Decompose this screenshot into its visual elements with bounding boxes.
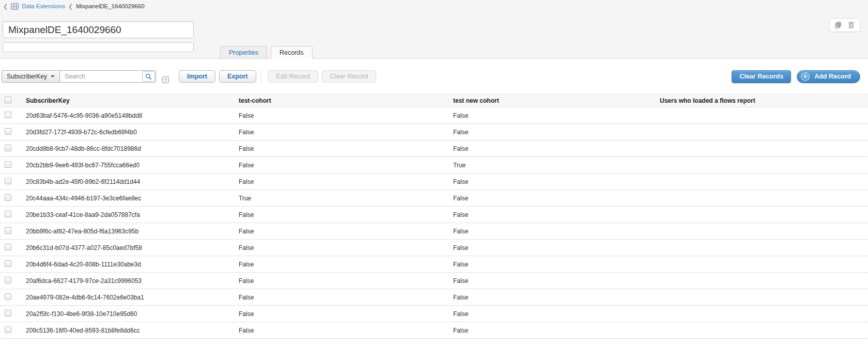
column-header-flows-report: Users who loaded a flows report [655,97,868,104]
cell-test-cohort: False [234,112,448,119]
data-extension-grid-icon [11,3,19,10]
row-checkbox[interactable] [5,112,11,118]
cell-test-cohort: True [234,195,448,202]
row-checkbox[interactable] [5,277,11,284]
search-icon [145,73,152,80]
cell-test-new-cohort: False [448,211,655,218]
cell-subscriberkey: 20be1b33-ceaf-41ce-8aa9-2da057887cfa [21,211,234,218]
cell-test-new-cohort: False [448,277,655,285]
row-checkbox-cell [0,227,21,235]
row-checkbox[interactable] [5,260,11,267]
table-row[interactable]: 20c44aaa-434c-4946-b197-3e3ce6fae8ec Tru… [0,190,868,207]
cell-test-cohort: False [234,277,448,285]
row-checkbox-cell [0,178,21,186]
data-extension-description-input[interactable] [3,42,194,52]
edit-record-button[interactable]: Edit Record [268,70,318,83]
cell-test-new-cohort: False [448,261,655,268]
toolbar-right-actions: Clear Records + Add Record [732,70,860,83]
cell-subscriberkey: 20cdd8b8-9cb7-48db-86cc-8fdc7018986d [21,145,234,152]
cell-subscriberkey: 20ae4979-082e-4db6-9c14-7602e6e03ba1 [21,294,234,301]
table-row[interactable]: 20b4d6f4-6dad-4c20-808b-1111e30abe3d Fal… [0,256,868,273]
records-table: SubscriberKey test-cohort test new cohor… [0,93,868,339]
help-icon[interactable]: ? [162,76,169,83]
chevron-down-icon [51,75,55,77]
clear-records-button[interactable]: Clear Records [732,70,791,83]
table-row[interactable]: 20bb9f6c-af82-47ea-805d-f6a13963c95b Fal… [0,223,868,240]
row-checkbox[interactable] [5,128,11,135]
table-row[interactable]: 20cdd8b8-9cb7-48db-86cc-8fdc7018986d Fal… [0,140,868,157]
row-checkbox[interactable] [5,161,11,168]
breadcrumb: ❮ Data Extensions ❮ MixpanelDE_164002966… [0,0,868,10]
table-row[interactable]: 20b6c31d-b07d-4377-a027-85c0aed7bf58 Fal… [0,240,868,256]
table-row[interactable]: 20ae4979-082e-4db6-9c14-7602e6e03ba1 Fal… [0,289,868,306]
delete-trash-icon[interactable] [847,21,855,29]
table-row[interactable]: 20cb2bb9-9ee6-493f-bc67-755fcca66ed0 Fal… [0,157,868,174]
table-row[interactable]: 20a2f5fc-f130-4be6-9f38-10e710e95d60 Fal… [0,306,868,322]
cell-subscriberkey: 20c44aaa-434c-4946-b197-3e3ce6fae8ec [21,195,234,202]
cell-test-cohort: False [234,327,448,334]
data-extension-name-input[interactable] [3,21,194,38]
cell-test-cohort: False [234,228,448,235]
cell-subscriberkey: 20d3fd27-172f-4939-b72c-6cfedb69f4b0 [21,129,234,136]
row-checkbox[interactable] [5,145,11,151]
breadcrumb-current: MixpanelDE_1640029660 [76,3,144,9]
cell-test-cohort: False [234,244,448,251]
copy-icon[interactable] [834,21,842,29]
cell-test-new-cohort: True [448,162,655,169]
row-checkbox[interactable] [5,227,11,234]
search-field-dropdown[interactable]: SubscriberKey [2,70,60,83]
row-checkbox[interactable] [5,326,11,333]
row-checkbox-cell [0,326,21,335]
cell-test-cohort: False [234,145,448,152]
select-all-checkbox[interactable] [5,97,11,103]
table-row[interactable]: 209c5136-16f0-40ed-8593-81b8fe8dd6cc Fal… [0,322,868,339]
cell-test-new-cohort: False [448,228,655,235]
cell-subscriberkey: 20af6dca-6627-4179-97ce-2a31c9996053 [21,277,234,285]
cell-test-new-cohort: False [448,195,655,202]
add-record-button[interactable]: + Add Record [797,70,860,83]
row-checkbox-cell [0,310,21,318]
table-row[interactable]: 20c83b4b-ad2e-45f0-89b2-6f2114dd1d44 Fal… [0,174,868,190]
breadcrumb-back-icon[interactable]: ❮ [3,4,8,9]
cell-test-new-cohort: False [448,129,655,136]
table-body: 20d63baf-5476-4c95-9036-a90e5148bdd8 Fal… [0,107,868,339]
row-checkbox[interactable] [5,293,11,300]
header-actions [829,18,860,32]
cell-subscriberkey: 20b6c31d-b07d-4377-a027-85c0aed7bf58 [21,244,234,251]
cell-subscriberkey: 20bb9f6c-af82-47ea-805d-f6a13963c95b [21,228,234,235]
search-button[interactable] [142,71,155,82]
cell-test-new-cohort: False [448,327,655,334]
page-header: ❮ Data Extensions ❮ MixpanelDE_164002966… [0,0,868,59]
row-checkbox[interactable] [5,244,11,250]
clear-record-button[interactable]: Clear Record [322,70,377,83]
row-checkbox-cell [0,161,21,169]
table-row[interactable]: 20af6dca-6627-4179-97ce-2a31c9996053 Fal… [0,273,868,289]
tab-records[interactable]: Records [271,46,313,59]
cell-test-new-cohort: False [448,145,655,152]
cell-test-new-cohort: False [448,112,655,119]
breadcrumb-link-data-extensions[interactable]: Data Extensions [22,3,65,9]
row-checkbox-cell [0,277,21,285]
row-checkbox-cell [0,128,21,136]
export-button[interactable]: Export [219,70,256,83]
row-checkbox[interactable] [5,310,11,317]
cell-test-cohort: False [234,162,448,169]
cell-test-cohort: False [234,129,448,136]
row-checkbox[interactable] [5,211,11,217]
search-area [60,70,156,83]
table-row[interactable]: 20be1b33-ceaf-41ce-8aa9-2da057887cfa Fal… [0,207,868,223]
cell-subscriberkey: 20b4d6f4-6dad-4c20-808b-1111e30abe3d [21,261,234,268]
row-checkbox-cell [0,194,21,202]
table-row[interactable]: 20d3fd27-172f-4939-b72c-6cfedb69f4b0 Fal… [0,124,868,140]
row-checkbox[interactable] [5,194,11,201]
cell-subscriberkey: 20cb2bb9-9ee6-493f-bc67-755fcca66ed0 [21,162,234,169]
table-header-row: SubscriberKey test-cohort test new cohor… [0,93,868,107]
tab-properties[interactable]: Properties [220,46,267,59]
row-checkbox-cell [0,145,21,153]
import-button[interactable]: Import [179,70,215,83]
plus-icon: + [801,72,810,81]
table-row[interactable]: 20d63baf-5476-4c95-9036-a90e5148bdd8 Fal… [0,107,868,124]
row-checkbox[interactable] [5,178,11,184]
row-checkbox-cell [0,244,21,252]
cell-subscriberkey: 20a2f5fc-f130-4be6-9f38-10e710e95d60 [21,310,234,318]
